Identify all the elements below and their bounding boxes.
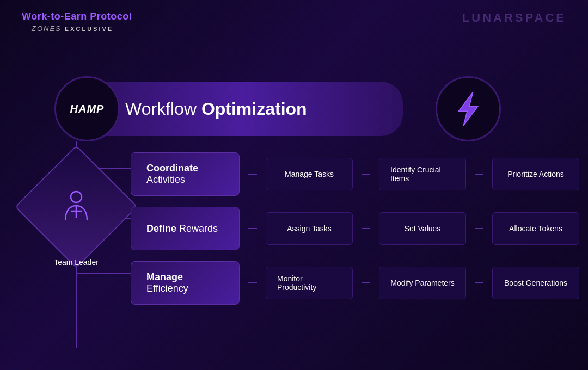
- action-bold-2: Define: [146, 223, 176, 234]
- row-connector-1b: [362, 174, 370, 175]
- main-action-1[interactable]: Coordinate Activities: [131, 152, 240, 196]
- zones-label: ZONES: [32, 24, 62, 33]
- diamond-content: [33, 163, 120, 250]
- banner-title-bold: Optimization: [201, 99, 307, 119]
- svg-point-1: [71, 192, 82, 202]
- header: Work-to-Earn Protocol — ZONES EXCLUSIVE …: [0, 0, 588, 44]
- action-normal-1: Activities: [146, 174, 185, 185]
- hamp-logo-text: HAMP: [70, 103, 105, 115]
- header-subtitle: — ZONES EXCLUSIVE: [22, 24, 132, 33]
- team-leader-diamond: [33, 163, 120, 250]
- action-row-3: Manage Efficiency Monitor Productivity M…: [131, 261, 577, 305]
- arrow-icon: —: [22, 25, 28, 33]
- header-right: LUNARSPACE: [462, 11, 566, 25]
- sub-action-2-1[interactable]: Assign Tasks: [266, 212, 353, 245]
- row-connector-3: [248, 282, 257, 283]
- action-row-2: Define Rewards Assign Tasks Set Values A…: [131, 207, 577, 250]
- row-connector-1: [248, 174, 257, 175]
- sub-action-3-2[interactable]: Modify Parameters: [379, 267, 466, 299]
- header-left: Work-to-Earn Protocol — ZONES EXCLUSIVE: [22, 11, 132, 33]
- rows-area: Coordinate Activities Manage Tasks Ident…: [131, 152, 577, 316]
- action-row-1: Coordinate Activities Manage Tasks Ident…: [131, 152, 577, 196]
- top-banner: HAMP Workflow Optimization: [54, 76, 403, 141]
- sub-action-3-3[interactable]: Boost Generations: [492, 267, 579, 299]
- sub-action-2-3[interactable]: Allocate Tokens: [492, 212, 579, 245]
- banner-title-normal: Workflow: [125, 99, 201, 119]
- brand-label: LUNARSPACE: [462, 11, 566, 25]
- row-connector-2b: [362, 228, 370, 229]
- sub-action-1-2[interactable]: Identify Crucial Items: [379, 158, 466, 190]
- sub-action-3-1[interactable]: Monitor Productivity: [266, 267, 353, 299]
- row-connector-1c: [475, 174, 483, 175]
- action-normal-3: Efficiency: [146, 283, 188, 294]
- banner-title: Workflow Optimization: [125, 99, 307, 119]
- lightning-logo: [436, 76, 501, 141]
- action-bold-1: Coordinate: [146, 163, 198, 174]
- sub-action-1-3[interactable]: Prioritize Actions: [492, 158, 579, 190]
- team-leader-label: Team Leader: [54, 258, 99, 267]
- connector-h-row3: [76, 273, 139, 274]
- diagram: HAMP Workflow Optimization: [22, 76, 577, 359]
- row-connector-2c: [475, 228, 483, 229]
- exclusive-label: EXCLUSIVE: [65, 26, 113, 32]
- svg-marker-0: [459, 92, 478, 125]
- row-connector-3b: [362, 282, 370, 283]
- main-action-3[interactable]: Manage Efficiency: [131, 261, 240, 305]
- row-connector-3c: [475, 282, 483, 283]
- row-connector-2: [248, 228, 257, 229]
- main-action-2[interactable]: Define Rewards: [131, 207, 240, 250]
- sub-action-2-2[interactable]: Set Values: [379, 212, 466, 245]
- action-text-1: Coordinate Activities: [146, 163, 224, 186]
- action-text-2: Define Rewards: [146, 223, 218, 235]
- team-leader-area: Team Leader: [33, 163, 120, 250]
- lightning-icon: [449, 90, 487, 128]
- person-icon: [63, 190, 90, 223]
- sub-action-1-1[interactable]: Manage Tasks: [266, 158, 353, 190]
- hamp-logo: HAMP: [54, 76, 120, 141]
- action-text-3: Manage Efficiency: [146, 272, 224, 294]
- header-title: Work-to-Earn Protocol: [22, 11, 132, 22]
- action-normal-2: Rewards: [176, 223, 218, 234]
- action-bold-3: Manage: [146, 272, 183, 282]
